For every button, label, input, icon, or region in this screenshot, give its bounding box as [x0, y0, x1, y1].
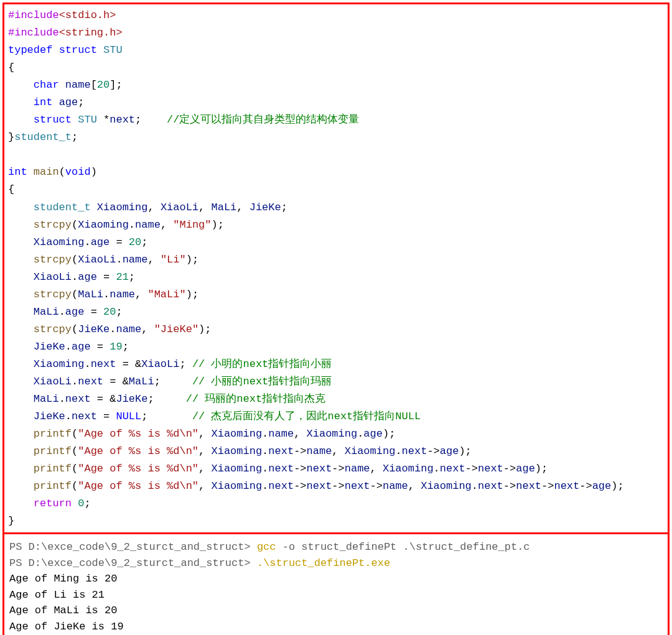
- comma: ,: [198, 463, 211, 475]
- op-arrow: ->: [579, 480, 592, 492]
- paren-semi: );: [459, 445, 471, 457]
- identifier: JieKe: [34, 410, 65, 422]
- paren-semi: );: [186, 254, 198, 266]
- member: age: [440, 445, 459, 457]
- identifier: MaLi: [34, 306, 59, 318]
- op-arrow: ->: [465, 463, 478, 475]
- semi: ;: [135, 114, 141, 126]
- identifier: next: [110, 114, 135, 126]
- member: name: [116, 323, 141, 335]
- member: next: [402, 445, 427, 457]
- terminal-cmd: gcc: [257, 541, 276, 553]
- terminal-line: Age of Ming is 20: [9, 573, 117, 585]
- member: name: [135, 219, 161, 231]
- identifier: name: [65, 79, 91, 91]
- semi: ;: [72, 131, 78, 143]
- comma: ,: [198, 445, 211, 457]
- paren-semi: );: [198, 323, 211, 335]
- terminal-prompt: PS D:\exce_code\9_2_sturct_and_struct>: [9, 557, 257, 569]
- dot: .: [262, 480, 268, 492]
- identifier: JieKe: [250, 202, 281, 213]
- bracket: [: [91, 79, 97, 91]
- function-printf: printf: [34, 463, 72, 475]
- terminal-output: PS D:\exce_code\9_2_sturct_and_struct> g…: [8, 537, 664, 635]
- op-assign-addr: = &: [116, 358, 141, 370]
- format-string: "Age of %s is %d\n": [78, 445, 198, 457]
- op-assign-addr: = &: [103, 376, 129, 387]
- terminal-args: -o struct_definePt .\struct_define_pt.c: [276, 541, 530, 553]
- semi: ;: [116, 306, 122, 318]
- number: 19: [110, 341, 122, 353]
- op-arrow: ->: [294, 445, 306, 457]
- dot: .: [65, 410, 72, 422]
- comma: ,: [198, 202, 211, 213]
- paren-semi: );: [535, 463, 548, 475]
- identifier: MaLi: [212, 202, 237, 213]
- member: next: [268, 445, 294, 457]
- string: "Ming": [173, 219, 211, 231]
- function-strcpy: strcpy: [34, 219, 72, 231]
- paren: (: [72, 463, 78, 475]
- semi: ;: [129, 271, 135, 283]
- header-name: <stdio.h>: [59, 9, 116, 21]
- member: age: [91, 236, 110, 248]
- op-arrow: ->: [332, 480, 344, 492]
- identifier: XiaoLi: [34, 376, 72, 387]
- format-string: "Age of %s is %d\n": [78, 463, 198, 475]
- member: next: [65, 393, 91, 405]
- dot: .: [65, 341, 72, 353]
- paren: (: [72, 480, 78, 492]
- keyword-typedef: typedef: [8, 44, 52, 56]
- op-assign: =: [97, 410, 116, 422]
- comma: ,: [236, 202, 249, 213]
- function-strcpy: strcpy: [34, 254, 72, 266]
- comma: ,: [294, 428, 306, 440]
- dot: .: [72, 376, 78, 387]
- keyword-struct: struct: [34, 114, 72, 126]
- member: age: [363, 428, 383, 440]
- function-printf: printf: [34, 445, 72, 457]
- op-arrow: ->: [332, 463, 344, 475]
- number: 20: [129, 236, 141, 248]
- semi: ;: [179, 358, 185, 370]
- semi: ;: [84, 498, 90, 509]
- comma: ,: [370, 463, 383, 475]
- op-arrow: ->: [294, 463, 306, 475]
- op-arrow: ->: [503, 480, 516, 492]
- format-string: "Age of %s is %d\n": [78, 480, 198, 492]
- function-strcpy: strcpy: [34, 289, 72, 300]
- identifier: XiaoLi: [161, 202, 198, 213]
- identifier: Xiaoming: [421, 480, 472, 492]
- op-assign-addr: = &: [91, 393, 116, 405]
- op-arrow: ->: [370, 480, 383, 492]
- comment: // 小明的next指针指向小丽: [192, 358, 332, 370]
- member: next: [554, 480, 579, 492]
- comma: ,: [198, 428, 211, 440]
- member: name: [345, 463, 370, 475]
- member: next: [307, 480, 332, 492]
- paren-semi: );: [383, 428, 395, 440]
- paren: (: [72, 289, 78, 300]
- brace: {: [8, 62, 14, 73]
- type-name: student_t: [14, 131, 72, 143]
- op-assign: =: [97, 271, 116, 283]
- terminal-line: Age of JieKe is 19: [9, 621, 124, 633]
- paren: (: [72, 323, 78, 335]
- op-arrow: ->: [427, 445, 439, 457]
- paren-semi: );: [212, 219, 224, 231]
- member: age: [592, 480, 612, 492]
- op-star: *: [103, 114, 110, 126]
- comment: // 玛丽的next指针指向杰克: [186, 393, 325, 405]
- format-string: "Age of %s is %d\n": [78, 428, 198, 440]
- number: 20: [103, 306, 116, 318]
- member: next: [478, 480, 503, 492]
- identifier: Xiaoming: [383, 463, 434, 475]
- null-literal: NULL: [116, 410, 141, 422]
- paren: ): [91, 166, 97, 178]
- comma: ,: [147, 254, 160, 266]
- dot: .: [262, 445, 268, 457]
- paren-semi: );: [611, 480, 623, 492]
- member: next: [268, 463, 294, 475]
- comma: ,: [135, 289, 147, 300]
- paren: (: [59, 166, 65, 178]
